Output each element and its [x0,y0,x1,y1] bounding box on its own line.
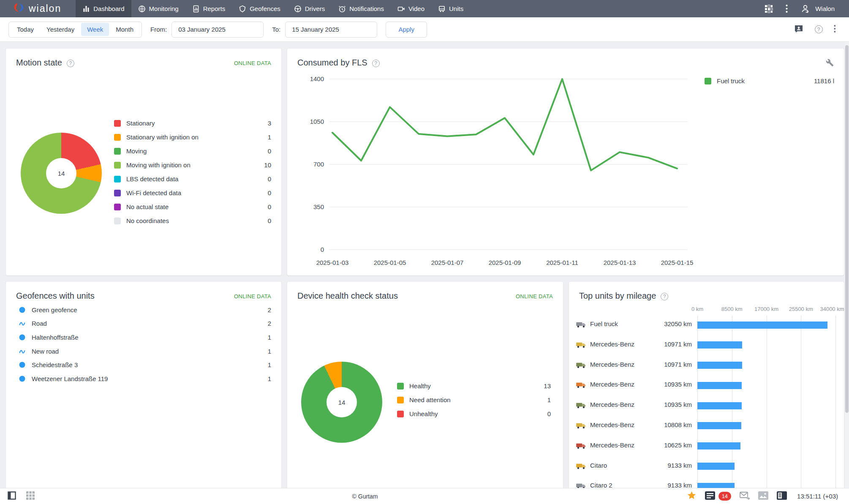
mail-icon[interactable] [740,491,750,501]
unit-row[interactable]: Mercedes-Benz10625 km [569,436,844,456]
contact-card-icon[interactable] [794,24,804,35]
geofence-row[interactable]: Haltenhoffstraße1 [19,330,271,344]
legend-swatch [114,218,121,224]
help-icon[interactable]: ? [815,25,823,33]
range-button-week[interactable]: Week [81,23,109,36]
truck-icon [576,361,587,369]
geofence-row[interactable]: Weetzener Landstraße 1191 [19,372,271,386]
circle-geofence-icon [19,361,26,368]
kebab-menu-icon[interactable] [834,25,836,34]
user-menu[interactable]: Wialon [800,4,835,14]
unit-row[interactable]: Mercedes-Benz10935 km [569,375,844,395]
legend-label: Unhealthy [409,410,438,417]
svg-text:2025-01-09: 2025-01-09 [489,259,521,266]
bottom-apps-grid-icon[interactable] [26,491,35,501]
health-legend-row[interactable]: Unhealthy0 [397,407,551,421]
notifications-panel-icon[interactable] [705,491,715,501]
legend-label: No coordinates [126,217,169,224]
mileage-bar [697,442,740,450]
unit-mileage-value: 10625 km [643,441,692,449]
to-date-input[interactable] [285,22,377,38]
device-health-pie-chart[interactable]: 14 [301,362,382,443]
truck-icon [576,381,587,389]
nav-tab-drivers[interactable]: Drivers [287,0,332,17]
geofence-count: 2 [268,306,271,313]
motion-legend-row[interactable]: Moving0 [114,144,271,158]
nav-tab-dashboard[interactable]: Dashboard [76,0,131,17]
wialon-logo[interactable]: wialon [0,0,76,17]
health-legend-row[interactable]: Need attention1 [397,393,551,407]
from-label: From: [150,26,167,33]
mileage-bar [697,362,742,369]
motion-legend-row[interactable]: LBS detected data0 [114,172,271,186]
geofence-row[interactable]: Green geofence2 [19,303,271,317]
monitor-panel-icon[interactable] [777,491,787,501]
online-data-badge: ONLINE DATA [516,293,553,300]
apply-button[interactable]: Apply [386,22,427,38]
apps-grid-icon[interactable] [765,5,773,13]
image-icon[interactable] [758,491,768,501]
page-scrollbar-track[interactable] [845,42,849,488]
wrench-settings-icon[interactable] [826,59,834,67]
truck-icon [576,401,587,409]
range-button-month[interactable]: Month [110,23,139,36]
nav-tab-reports[interactable]: Reports [185,0,232,17]
help-icon[interactable]: ? [67,60,74,67]
motion-legend-row[interactable]: No coordinates0 [114,214,271,228]
help-icon[interactable]: ? [372,60,380,67]
unit-row[interactable]: Fuel truck32050 km [569,315,844,335]
truck-icon [576,341,587,349]
pie-total: 14 [327,387,357,417]
unit-name: Mercedes-Benz [590,341,634,348]
unit-name: Mercedes-Benz [590,401,634,408]
legend-swatch [114,134,121,141]
nav-tab-video[interactable]: Video [391,0,431,17]
truck-icon [576,442,587,450]
geofence-row[interactable]: New road1 [19,344,271,358]
legend-swatch [114,190,121,196]
motion-legend-row[interactable]: Wi-Fi detected data0 [114,186,271,200]
unit-name: Fuel truck [590,320,618,327]
nav-tab-monitoring[interactable]: Monitoring [131,0,185,17]
nav-tab-geofences[interactable]: Geofences [232,0,287,17]
motion-legend-row[interactable]: No actual state0 [114,200,271,214]
geofence-row[interactable]: Scheidestraße 31 [19,358,271,372]
range-button-yesterday[interactable]: Yesterday [41,23,80,36]
motion-legend-row[interactable]: Stationary with ignition on1 [114,130,271,144]
health-legend-row[interactable]: Healthy13 [397,379,551,393]
legend-value: 11816 l [814,77,834,84]
from-date-input[interactable] [171,22,264,38]
unit-mileage-value: 10971 km [643,341,692,348]
sidebar-toggle-icon[interactable] [8,491,16,501]
unit-row[interactable]: Mercedes-Benz10935 km [569,395,844,416]
favorites-star-icon[interactable] [687,490,697,502]
page-scrollbar-thumb[interactable] [845,45,849,413]
legend-label: Stationary with ignition on [126,133,199,141]
widget-title: Top units by mileage [579,291,656,301]
legend-count: 10 [264,161,271,169]
legend-count: 0 [268,147,271,155]
range-button-today[interactable]: Today [11,23,40,36]
nav-tab-units[interactable]: Units [431,0,470,17]
unit-row[interactable]: Mercedes-Benz10971 km [569,335,844,355]
nav-tab-notifications[interactable]: Notifications [332,0,391,17]
kebab-menu-icon[interactable] [786,5,788,13]
motion-legend-row[interactable]: Stationary3 [114,116,271,130]
geofence-row[interactable]: Road2 [19,317,271,331]
unit-mileage-value: 10935 km [643,401,692,408]
motion-state-pie-chart[interactable]: 14 [21,133,102,214]
geofence-count: 1 [268,361,271,368]
online-data-badge: ONLINE DATA [234,293,271,300]
unit-row[interactable]: Mercedes-Benz10808 km [569,416,844,436]
axis-tick-label: 8500 km [713,306,751,312]
fls-legend[interactable]: Fuel truck 11816 l [705,74,834,88]
help-icon[interactable]: ? [661,293,668,300]
motion-legend-row[interactable]: Moving with ignition on10 [114,158,271,172]
circle-geofence-icon [19,375,26,382]
legend-label: Healthy [409,382,431,390]
unit-row[interactable]: Mercedes-Benz10971 km [569,355,844,376]
unit-row[interactable]: Citaro9133 km [569,456,844,477]
legend-count: 1 [268,133,271,141]
clock-text: 13:51:11 (+03) [797,493,838,500]
top-units-mileage-widget: Top units by mileage ? 0 km8500 km17000 … [569,282,844,495]
